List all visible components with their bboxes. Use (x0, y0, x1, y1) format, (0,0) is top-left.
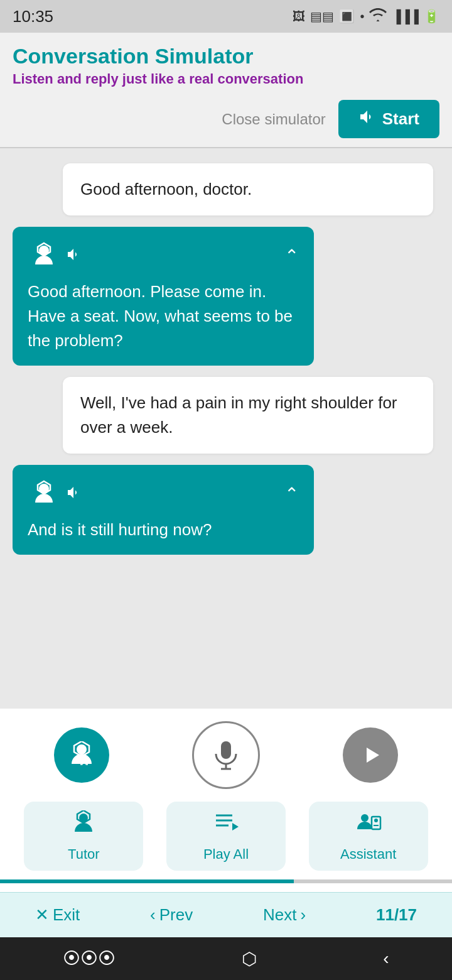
user-message-1-text: Good afternoon, doctor. (80, 180, 252, 199)
progress-bar-container (0, 879, 452, 883)
sub-action-row: Tutor Play All (13, 802, 439, 871)
assistant-icon (355, 810, 382, 841)
tutor-bubble-1: ⌃ Good afternoon. Please come in. Have a… (13, 227, 314, 366)
svg-point-18 (374, 819, 378, 822)
wifi-icon (369, 8, 387, 25)
notification-icon: 🔳 (339, 9, 355, 24)
user-message-2-text: Well, I've had a pain in my right should… (80, 393, 397, 437)
tutor-avatar-icon-1 (28, 239, 60, 272)
tutor-message-2-text: And is it still hurting now? (28, 518, 299, 542)
next-icon: › (300, 905, 306, 925)
progress-bar-fill (0, 879, 294, 883)
android-nav: ⦿⦿⦿ ⬡ ‹ (0, 937, 452, 980)
microphone-button[interactable] (192, 721, 260, 789)
tutor-bubble-1-collapse[interactable]: ⌃ (284, 246, 299, 266)
tutor-sound-icon-2 (67, 486, 80, 502)
exit-label: Exit (53, 905, 80, 925)
exit-button[interactable]: ✕ Exit (35, 905, 80, 925)
tutor-play-button[interactable] (54, 727, 109, 783)
tutor-sub-label: Tutor (68, 846, 100, 863)
prev-icon: ‹ (150, 905, 156, 925)
play-all-sub-button[interactable]: Play All (166, 802, 286, 871)
android-back-button[interactable]: ‹ (383, 949, 389, 969)
app-title: Conversation Simulator (13, 44, 439, 68)
tutor-bubble-2-header: ⌃ (28, 477, 299, 510)
android-menu-button[interactable]: ⦿⦿⦿ (63, 949, 116, 969)
sim-icon: ▤▤ (310, 9, 334, 24)
speaker-icon (358, 109, 375, 129)
chat-area: Good afternoon, doctor. ⌃ (0, 148, 452, 709)
tutor-sound-icon-1 (67, 248, 80, 264)
nav-bar: ✕ Exit ‹ Prev Next › 11/17 (0, 892, 452, 937)
close-simulator-button[interactable]: Close simulator (222, 111, 325, 128)
next-button[interactable]: Next › (263, 905, 306, 925)
start-label: Start (382, 109, 419, 129)
assistant-sub-button[interactable]: Assistant (309, 802, 428, 871)
play-all-icon (213, 810, 239, 841)
tutor-sub-button[interactable]: Tutor (24, 802, 143, 871)
svg-point-16 (361, 814, 369, 822)
bottom-panel: Tutor Play All (0, 709, 452, 892)
exit-icon: ✕ (35, 905, 49, 925)
play-all-sub-label: Play All (203, 846, 249, 863)
status-icons: 🖼 ▤▤ 🔳 • ▐▐▐ 🔋 (293, 8, 439, 25)
tutor-avatar-icon-2 (28, 477, 60, 510)
battery-icon: 🔋 (424, 9, 439, 24)
tutor-bubble-2: ⌃ And is it still hurting now? (13, 465, 314, 555)
tutor-avatar-row-2 (28, 477, 80, 510)
next-label: Next (263, 905, 296, 925)
svg-point-4 (77, 744, 87, 754)
svg-rect-6 (221, 741, 231, 759)
android-home-button[interactable]: ⬡ (242, 949, 257, 969)
user-bubble-1: Good afternoon, doctor. (63, 163, 433, 215)
prev-button[interactable]: ‹ Prev (150, 905, 193, 925)
image-icon: 🖼 (293, 9, 305, 24)
tutor-bubble-2-collapse[interactable]: ⌃ (284, 484, 299, 504)
page-indicator: 11/17 (376, 905, 417, 925)
tutor-sub-icon (71, 810, 96, 841)
tutor-message-1-text: Good afternoon. Please come in. Have a s… (28, 280, 299, 353)
svg-marker-9 (367, 748, 379, 763)
prev-label: Prev (159, 905, 193, 925)
tutor-bubble-1-header: ⌃ (28, 239, 299, 272)
start-button[interactable]: Start (338, 100, 439, 138)
user-bubble-2: Well, I've had a pain in my right should… (63, 377, 433, 454)
status-bar: 10:35 🖼 ▤▤ 🔳 • ▐▐▐ 🔋 (0, 0, 452, 33)
controls-row: Close simulator Start (0, 94, 452, 147)
svg-marker-15 (232, 823, 239, 830)
signal-icon: ▐▐▐ (392, 9, 419, 24)
tutor-avatar-row-1 (28, 239, 80, 272)
app-subtitle: Listen and reply just like a real conver… (13, 71, 439, 87)
action-row (13, 721, 439, 789)
status-time: 10:35 (13, 7, 53, 26)
assistant-sub-label: Assistant (340, 846, 396, 863)
play-button[interactable] (343, 727, 398, 783)
dot-indicator: • (360, 9, 364, 24)
header: Conversation Simulator Listen and reply … (0, 33, 452, 94)
